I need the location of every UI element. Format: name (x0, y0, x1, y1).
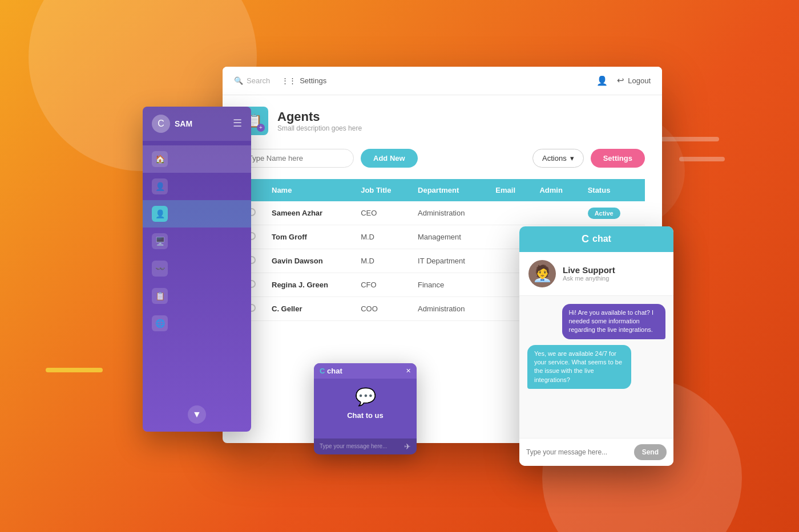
purple-nav-users[interactable]: 👤 (143, 173, 251, 200)
purple-nav-monitor[interactable]: 🖥️ (143, 228, 251, 255)
chevron-down-icon: ▾ (570, 154, 574, 163)
row-name: Sameen Azhar (264, 201, 353, 225)
chat-agent-info: 🧑‍💼 Live Support Ask me anything (519, 252, 673, 296)
logout-label: Logout (628, 76, 651, 85)
chat-input[interactable] (526, 448, 629, 456)
logout-icon: ↩ (617, 75, 624, 86)
chat-bubble-icon: 💬 (355, 387, 376, 407)
agents-icon: 👤 (152, 206, 168, 222)
page-header: 📋 + Agents Small description goes here (240, 107, 645, 135)
topbar-settings[interactable]: ⋮⋮ Settings (281, 76, 326, 85)
purple-nav-analytics[interactable]: 〰️ (143, 255, 251, 282)
chat-small-footer: Type your message here... ✈ (314, 438, 417, 454)
search-input[interactable] (240, 149, 354, 168)
chat-message-agent: Yes, we are available 24/7 for your serv… (527, 345, 631, 389)
purple-nav-dashboard[interactable]: 🏠 (143, 145, 251, 173)
chat-small-close[interactable]: ✕ (406, 367, 411, 375)
purple-nav-reports[interactable]: 📋 (143, 282, 251, 310)
table-header: Name Job Title Department Email Admin St… (240, 179, 645, 201)
purple-brand: SAM (175, 119, 192, 128)
chat-small-header: C chat ✕ (314, 363, 417, 379)
row-department: Administration (410, 201, 487, 225)
search-label: Search (247, 76, 270, 85)
purple-nav-global[interactable]: 🌐 (143, 310, 251, 337)
col-email: Email (487, 179, 531, 201)
search-icon: 🔍 (234, 76, 243, 85)
add-new-button[interactable]: Add New (361, 149, 418, 168)
agent-sub: Ask me anything (563, 275, 615, 282)
topbar-search[interactable]: 🔍 Search (234, 76, 270, 85)
row-job-title: M.D (353, 225, 410, 249)
page-description: Small description goes here (277, 124, 362, 132)
col-status: Status (580, 179, 645, 201)
global-icon: 🌐 (152, 315, 168, 331)
analytics-icon: 〰️ (152, 261, 168, 277)
row-job-title: M.D (353, 249, 410, 273)
settings-dots-icon: ⋮⋮ (281, 76, 296, 85)
chat-panel-header: C chat (519, 226, 673, 252)
table-header-row: Name Job Title Department Email Admin St… (240, 179, 645, 201)
row-job-title: CEO (353, 201, 410, 225)
deco-line-3 (46, 368, 103, 372)
purple-nav-agents[interactable]: 👤 (143, 200, 251, 228)
row-name: Gavin Dawson (264, 249, 353, 273)
purple-menu-icon[interactable]: ☰ (233, 117, 242, 129)
chat-messages: Hi! Are you available to chat? I needed … (519, 296, 673, 438)
topbar-right: 👤 ↩ Logout (596, 75, 651, 86)
toolbar: Add New Actions ▾ Settings (240, 149, 645, 168)
settings-label: Settings (300, 76, 326, 85)
row-status: Active (580, 201, 645, 225)
purple-logo: C (152, 115, 170, 133)
reports-icon: 📋 (152, 288, 168, 304)
row-name: Tom Groff (264, 225, 353, 249)
chat-small-logo: C chat (320, 367, 342, 375)
agent-avatar: 🧑‍💼 (528, 260, 556, 287)
chat-widget-small[interactable]: C chat ✕ 💬 Chat to us Type your message … (314, 363, 417, 454)
agent-name: Live Support (563, 265, 615, 275)
deco-line-2 (679, 157, 725, 161)
actions-label: Actions (542, 154, 567, 163)
chat-small-input-placeholder: Type your message here... (320, 443, 387, 449)
page-title: Agents (277, 109, 362, 124)
chat-panel-title: chat (592, 234, 611, 244)
col-admin: Admin (531, 179, 579, 201)
logout-button[interactable]: ↩ Logout (617, 75, 651, 86)
actions-button[interactable]: Actions ▾ (532, 149, 584, 168)
add-icon: + (257, 124, 265, 132)
send-button[interactable]: Send (634, 444, 667, 460)
scene-container: 👤 Logout ⚙️ C SAM ☰ 🏠 👤 👤 🖥️ (143, 67, 656, 466)
purple-header: C SAM ☰ (143, 107, 251, 141)
user-icon: 👤 (152, 178, 168, 194)
monitor-icon: 🖥️ (152, 233, 168, 249)
col-name: Name (264, 179, 353, 201)
row-department: IT Department (410, 249, 487, 273)
row-name: C. Geller (264, 297, 353, 320)
settings-button[interactable]: Settings (591, 149, 645, 168)
chat-small-send-icon[interactable]: ✈ (404, 442, 411, 451)
chat-to-us-label: Chat to us (347, 411, 384, 420)
chat-panel: C chat 🧑‍💼 Live Support Ask me anything … (519, 226, 673, 466)
chat-small-title: chat (327, 367, 342, 375)
row-admin (531, 201, 579, 225)
table-row[interactable]: Sameen Azhar CEO Administration Active (240, 201, 645, 225)
agent-details: Live Support Ask me anything (563, 265, 615, 282)
panel-purple: C SAM ☰ 🏠 👤 👤 🖥️ 〰️ 📋 (143, 107, 251, 432)
row-department: Finance (410, 273, 487, 297)
user-avatar-icon: 👤 (596, 75, 608, 86)
row-job-title: CFO (353, 273, 410, 297)
row-department: Administration (410, 297, 487, 320)
chat-message-user: Hi! Are you available to chat? I needed … (562, 304, 666, 339)
row-job-title: COO (353, 297, 410, 320)
purple-chevron-down[interactable]: ▼ (188, 405, 206, 424)
page-title-group: Agents Small description goes here (277, 109, 362, 132)
col-department: Department (410, 179, 487, 201)
row-name: Regina J. Green (264, 273, 353, 297)
chat-panel-footer: Send (519, 438, 673, 466)
home-icon: 🏠 (152, 151, 168, 167)
row-email (487, 201, 531, 225)
row-department: Management (410, 225, 487, 249)
topbar: 🔍 Search ⋮⋮ Settings 👤 ↩ Logout (223, 67, 662, 95)
chat-small-body: 💬 Chat to us (314, 379, 417, 428)
col-job-title: Job Title (353, 179, 410, 201)
